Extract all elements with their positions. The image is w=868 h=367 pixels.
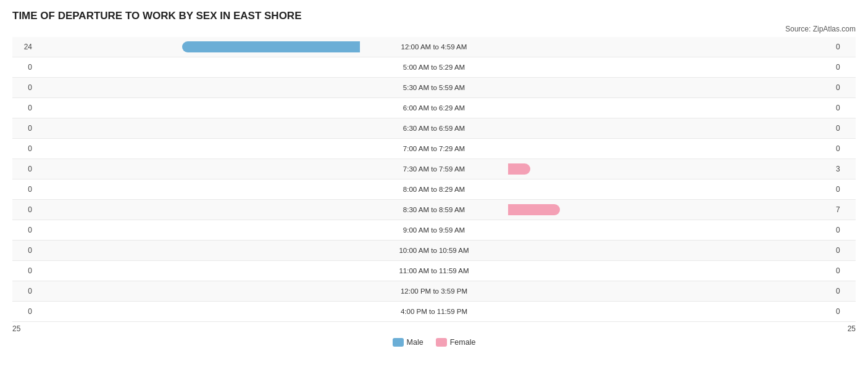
- left-value: 0: [12, 165, 36, 173]
- chart-row: 24 12:00 AM to 4:59 AM 0: [12, 37, 856, 57]
- male-color-box: [393, 338, 404, 347]
- chart-row: 0 12:00 PM to 3:59 PM 0: [12, 281, 856, 302]
- right-value: 0: [832, 226, 856, 234]
- bars-container: 12:00 AM to 4:59 AM: [36, 37, 832, 57]
- left-value: 0: [12, 124, 36, 133]
- chart-title: TIME OF DEPARTURE TO WORK BY SEX IN EAST…: [12, 10, 856, 22]
- right-value: 0: [832, 185, 856, 194]
- female-side: [508, 40, 706, 54]
- left-value: 0: [12, 185, 36, 194]
- legend-male: Male: [393, 338, 424, 347]
- male-side: [162, 264, 360, 278]
- time-label: 11:00 AM to 11:59 AM: [360, 267, 508, 274]
- male-bar: [182, 41, 360, 52]
- female-side: [508, 101, 706, 115]
- bars-container: 5:00 AM to 5:29 AM: [36, 57, 832, 77]
- right-value: 0: [832, 246, 856, 255]
- bars-container: 4:00 PM to 11:59 PM: [36, 302, 832, 321]
- right-value: 0: [832, 104, 856, 112]
- bars-container: 9:00 AM to 9:59 AM: [36, 220, 832, 240]
- bars-container: 7:00 AM to 7:29 AM: [36, 139, 832, 159]
- chart-row: 0 7:30 AM to 7:59 AM 3: [12, 159, 856, 179]
- left-value: 0: [12, 246, 36, 255]
- chart-row: 0 5:00 AM to 5:29 AM 0: [12, 57, 856, 78]
- right-value: 0: [832, 63, 856, 72]
- right-value: 0: [832, 83, 856, 92]
- time-label: 7:30 AM to 7:59 AM: [360, 165, 508, 173]
- chart-row: 0 8:30 AM to 8:59 AM 7: [12, 200, 856, 220]
- female-side: [508, 284, 706, 298]
- left-value: 24: [12, 43, 36, 51]
- male-side: [162, 284, 360, 298]
- female-side: [508, 81, 706, 94]
- female-side: [508, 122, 706, 135]
- bars-container: 6:00 AM to 6:29 AM: [36, 98, 832, 118]
- bars-container: 11:00 AM to 11:59 AM: [36, 261, 832, 281]
- time-label: 4:00 PM to 11:59 PM: [360, 308, 508, 315]
- chart-row: 0 9:00 AM to 9:59 AM 0: [12, 220, 856, 241]
- male-side: [162, 60, 360, 74]
- chart-row: 0 6:30 AM to 6:59 AM 0: [12, 118, 856, 139]
- bars-container: 5:30 AM to 5:59 AM: [36, 78, 832, 97]
- female-bar: [508, 204, 560, 215]
- left-value: 0: [12, 266, 36, 275]
- legend-female: Female: [436, 338, 476, 347]
- female-side: [508, 142, 706, 155]
- chart-row: 0 7:00 AM to 7:29 AM 0: [12, 139, 856, 159]
- right-value: 0: [832, 266, 856, 275]
- time-label: 7:00 AM to 7:29 AM: [360, 145, 508, 152]
- left-value: 0: [12, 205, 36, 214]
- female-side: [508, 203, 706, 216]
- time-label: 5:30 AM to 5:59 AM: [360, 84, 508, 91]
- male-side: [162, 101, 360, 115]
- bars-container: 6:30 AM to 6:59 AM: [36, 118, 832, 138]
- male-side: [162, 244, 360, 257]
- bars-container: 8:30 AM to 8:59 AM: [36, 200, 832, 220]
- bars-container: 10:00 AM to 10:59 AM: [36, 241, 832, 260]
- time-label: 8:00 AM to 8:29 AM: [360, 186, 508, 193]
- time-label: 5:00 AM to 5:29 AM: [360, 64, 508, 71]
- axis-left: 25: [12, 324, 20, 333]
- male-side: [162, 223, 360, 237]
- axis-right: 25: [848, 324, 856, 333]
- female-side: [508, 244, 706, 257]
- bars-container: 7:30 AM to 7:59 AM: [36, 159, 832, 179]
- time-label: 6:30 AM to 6:59 AM: [360, 125, 508, 132]
- male-side: [162, 183, 360, 196]
- male-side: [162, 40, 360, 54]
- legend: Male Female: [12, 338, 856, 347]
- female-color-box: [436, 338, 447, 347]
- male-label: Male: [407, 338, 424, 347]
- male-side: [162, 122, 360, 135]
- male-side: [162, 81, 360, 94]
- left-value: 0: [12, 287, 36, 295]
- right-value: 7: [832, 205, 856, 214]
- left-value: 0: [12, 144, 36, 153]
- time-label: 9:00 AM to 9:59 AM: [360, 226, 508, 234]
- chart-row: 0 10:00 AM to 10:59 AM 0: [12, 241, 856, 261]
- female-label: Female: [450, 338, 476, 347]
- female-side: [508, 264, 706, 278]
- time-label: 10:00 AM to 10:59 AM: [360, 247, 508, 254]
- male-side: [162, 142, 360, 155]
- female-side: [508, 60, 706, 74]
- female-side: [508, 183, 706, 196]
- female-side: [508, 223, 706, 237]
- left-value: 0: [12, 83, 36, 92]
- right-value: 0: [832, 144, 856, 153]
- time-label: 12:00 PM to 3:59 PM: [360, 287, 508, 295]
- chart-area: 24 12:00 AM to 4:59 AM 0 0 5:00 AM to 5:…: [12, 37, 856, 322]
- male-side: [162, 162, 360, 176]
- right-value: 0: [832, 307, 856, 316]
- left-value: 0: [12, 104, 36, 112]
- right-value: 0: [832, 287, 856, 295]
- chart-row: 0 6:00 AM to 6:29 AM 0: [12, 98, 856, 118]
- chart-row: 0 4:00 PM to 11:59 PM 0: [12, 302, 856, 322]
- left-value: 0: [12, 63, 36, 72]
- time-label: 12:00 AM to 4:59 AM: [360, 43, 508, 51]
- bars-container: 8:00 AM to 8:29 AM: [36, 179, 832, 199]
- right-value: 3: [832, 165, 856, 173]
- left-value: 0: [12, 307, 36, 316]
- time-label: 8:30 AM to 8:59 AM: [360, 206, 508, 213]
- male-side: [162, 305, 360, 318]
